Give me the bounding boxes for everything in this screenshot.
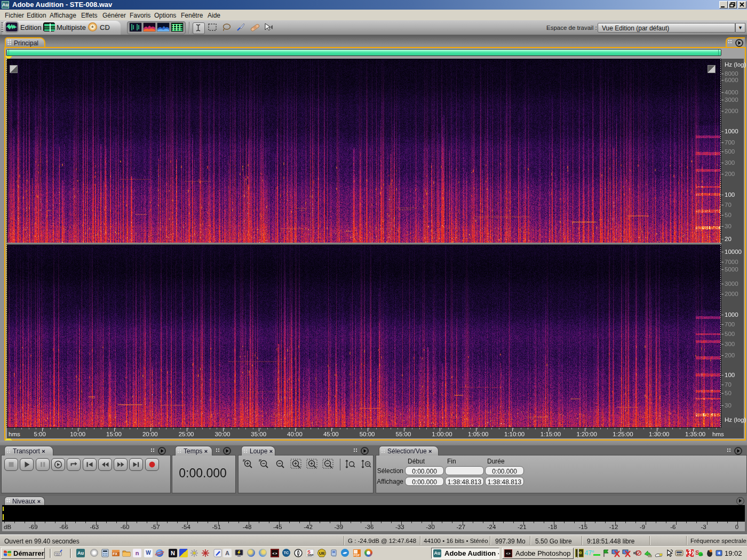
svg-text:SBP: SBP <box>307 554 314 557</box>
svg-text:PDF: PDF <box>354 554 360 557</box>
svg-text:2B: 2B <box>700 553 703 556</box>
svg-text:FX: FX <box>113 552 117 556</box>
svg-text:UE: UE <box>319 551 325 556</box>
